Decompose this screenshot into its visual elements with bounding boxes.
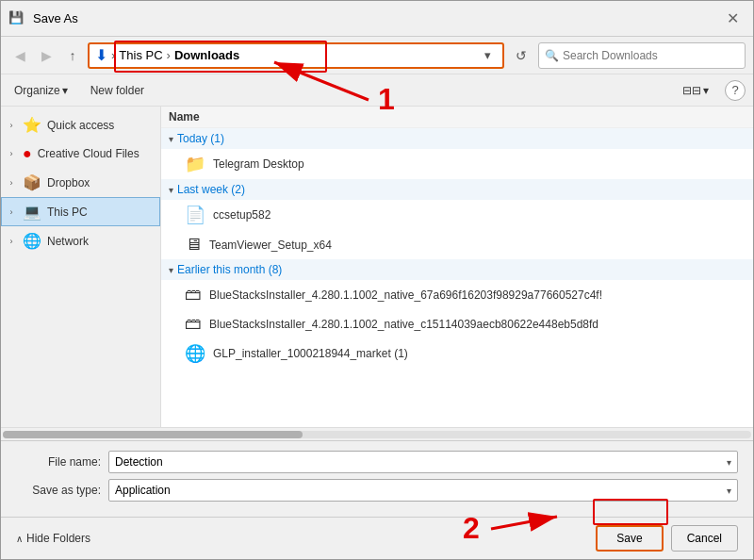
breadcrumb-this-pc[interactable]: This PC bbox=[119, 48, 162, 62]
group-label: Last week (2) bbox=[177, 183, 245, 196]
file-name: Telegram Desktop bbox=[213, 157, 745, 171]
address-bar[interactable]: ⬇ › This PC › Downloads ▾ bbox=[88, 42, 504, 69]
file-icon: 🗃 bbox=[185, 285, 202, 305]
group-label: Earlier this month (8) bbox=[177, 263, 282, 276]
sidebar: › ⭐ Quick access › ● Creative Cloud File… bbox=[1, 107, 161, 427]
list-item[interactable]: 🖥 TeamViewer_Setup_x64 bbox=[161, 230, 753, 259]
group-arrow: ▾ bbox=[169, 265, 173, 275]
main-content: › ⭐ Quick access › ● Creative Cloud File… bbox=[1, 107, 753, 427]
sidebar-item-network[interactable]: › 🌐 Network bbox=[1, 226, 160, 255]
title-bar: 💾 Save As ✕ bbox=[1, 1, 753, 37]
folder-icon: 📁 bbox=[185, 154, 205, 174]
address-dropdown-button[interactable]: ▾ bbox=[478, 44, 497, 67]
file-name: BlueStacksInstaller_4.280.1.1002_native_… bbox=[209, 288, 745, 302]
name-column-header: Name bbox=[169, 110, 746, 124]
group-earlier[interactable]: ▾ Earlier this month (8) bbox=[161, 259, 753, 280]
filename-dropdown-icon: ▾ bbox=[727, 457, 731, 468]
quick-access-icon: ⭐ bbox=[23, 116, 41, 134]
sidebar-item-label: Dropbox bbox=[47, 176, 90, 189]
savetype-dropdown-icon: ▾ bbox=[727, 486, 731, 496]
file-name-input-wrapper[interactable]: ▾ bbox=[108, 451, 738, 473]
sidebar-item-quick-access[interactable]: › ⭐ Quick access bbox=[1, 110, 160, 140]
toolbar: ◀ ▶ ↑ ⬇ › This PC › Downloads ▾ ↺ 🔍 bbox=[1, 37, 753, 74]
bottom-form: File name: ▾ Save as type: Application ▾ bbox=[1, 440, 753, 517]
file-name-label: File name: bbox=[16, 455, 101, 469]
file-name: TeamViewer_Setup_x64 bbox=[209, 239, 745, 252]
hide-folders-button[interactable]: ∧ Hide Folders bbox=[16, 532, 90, 545]
sidebar-item-label: This PC bbox=[47, 206, 88, 219]
hide-folders-icon: ∧ bbox=[16, 534, 23, 544]
organize-dropdown-icon: ▾ bbox=[62, 84, 68, 97]
breadcrumb-downloads[interactable]: Downloads bbox=[174, 48, 239, 62]
sidebar-item-label: Creative Cloud Files bbox=[38, 147, 139, 160]
view-dropdown-icon: ▾ bbox=[703, 84, 709, 97]
group-arrow: ▾ bbox=[169, 134, 173, 144]
list-item[interactable]: 📁 Telegram Desktop bbox=[161, 149, 753, 179]
cancel-button[interactable]: Cancel bbox=[671, 525, 738, 552]
search-icon: 🔍 bbox=[545, 49, 559, 62]
forward-button[interactable]: ▶ bbox=[35, 44, 57, 67]
hide-folders-label: Hide Folders bbox=[26, 532, 90, 545]
save-type-label: Save as type: bbox=[16, 484, 101, 497]
file-list-header: Name bbox=[161, 107, 753, 128]
title-icon: 💾 bbox=[8, 10, 25, 27]
file-icon: 📄 bbox=[185, 205, 205, 225]
view-button[interactable]: ⊟⊟ ▾ bbox=[678, 81, 713, 100]
group-arrow: ▾ bbox=[169, 185, 173, 195]
sidebar-item-label: Network bbox=[47, 235, 89, 248]
file-name: ccsetup582 bbox=[213, 208, 745, 222]
list-item[interactable]: 🗃 BlueStacksInstaller_4.280.1.1002_nativ… bbox=[161, 309, 753, 338]
command-bar: Organize ▾ New folder ⊟⊟ ▾ ? bbox=[1, 74, 753, 107]
file-list: Name ▾ Today (1) 📁 Telegram Desktop ▾ La… bbox=[161, 107, 753, 427]
file-name: BlueStacksInstaller_4.280.1.1002_native_… bbox=[209, 318, 745, 331]
list-item[interactable]: 📄 ccsetup582 bbox=[161, 200, 753, 230]
group-label: Today (1) bbox=[177, 132, 224, 145]
sidebar-item-creative-cloud[interactable]: › ● Creative Cloud Files bbox=[1, 140, 160, 168]
search-box[interactable]: 🔍 bbox=[538, 42, 746, 69]
search-input[interactable] bbox=[563, 49, 739, 62]
expand-icon: › bbox=[6, 121, 17, 130]
this-pc-icon: 💻 bbox=[23, 203, 41, 221]
close-button[interactable]: ✕ bbox=[719, 6, 746, 32]
group-last-week[interactable]: ▾ Last week (2) bbox=[161, 179, 753, 200]
expand-icon: › bbox=[6, 207, 17, 217]
new-folder-button[interactable]: New folder bbox=[85, 80, 150, 101]
footer: ∧ Hide Folders Save Cancel bbox=[1, 517, 753, 559]
footer-buttons: Save Cancel bbox=[596, 525, 738, 552]
file-icon: 🗃 bbox=[185, 314, 202, 334]
horizontal-scrollbar[interactable] bbox=[1, 427, 753, 440]
help-button[interactable]: ? bbox=[725, 80, 746, 101]
list-item[interactable]: 🌐 GLP_installer_1000218944_market (1) bbox=[161, 338, 753, 369]
expand-icon: › bbox=[6, 149, 17, 158]
organize-button[interactable]: Organize ▾ bbox=[8, 80, 74, 101]
save-type-row: Save as type: Application ▾ bbox=[16, 479, 738, 502]
expand-icon: › bbox=[6, 178, 17, 188]
refresh-button[interactable]: ↺ bbox=[508, 42, 534, 69]
title-text: Save As bbox=[33, 11, 78, 25]
creative-cloud-icon: ● bbox=[23, 145, 32, 162]
file-name-input[interactable] bbox=[115, 455, 727, 469]
list-item[interactable]: 🗃 BlueStacksInstaller_4.280.1.1002_nativ… bbox=[161, 280, 753, 309]
expand-icon: › bbox=[6, 237, 17, 246]
save-type-value: Application bbox=[115, 484, 171, 497]
sidebar-item-this-pc[interactable]: › 💻 This PC bbox=[1, 197, 160, 226]
file-name: GLP_installer_1000218944_market (1) bbox=[213, 347, 745, 360]
back-button[interactable]: ◀ bbox=[8, 44, 31, 67]
download-icon: ⬇ bbox=[95, 46, 107, 64]
save-type-input-wrapper[interactable]: Application ▾ bbox=[108, 479, 738, 502]
save-button[interactable]: Save bbox=[596, 525, 663, 552]
up-button[interactable]: ↑ bbox=[61, 44, 84, 67]
sidebar-item-dropbox[interactable]: › 📦 Dropbox bbox=[1, 168, 160, 197]
file-name-row: File name: ▾ bbox=[16, 451, 738, 473]
group-today[interactable]: ▾ Today (1) bbox=[161, 128, 753, 149]
dropbox-icon: 📦 bbox=[23, 173, 41, 191]
sidebar-item-label: Quick access bbox=[47, 119, 114, 132]
file-icon: 🖥 bbox=[185, 235, 202, 255]
file-icon: 🌐 bbox=[185, 343, 205, 364]
view-icon: ⊟⊟ bbox=[682, 84, 701, 97]
breadcrumb: › This PC › Downloads bbox=[111, 48, 474, 62]
network-icon: 🌐 bbox=[23, 232, 41, 250]
